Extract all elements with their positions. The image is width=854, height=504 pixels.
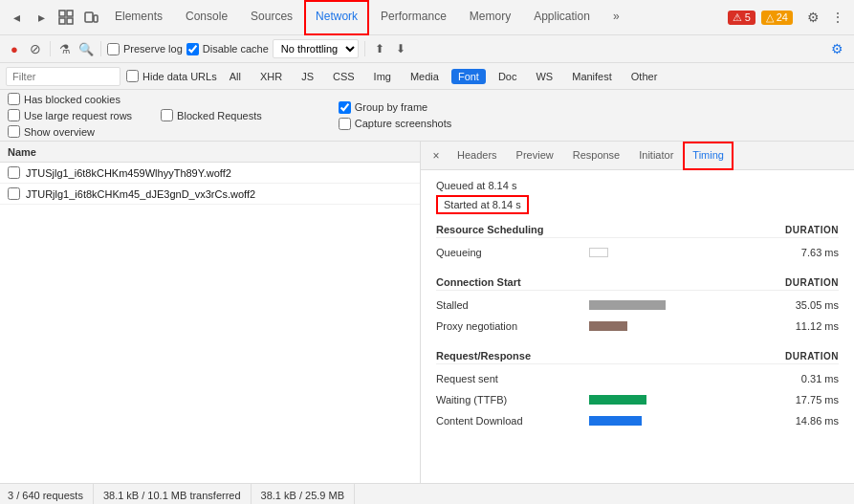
- group-by-frame-label[interactable]: Group by frame: [339, 101, 452, 114]
- list-item: Request sent 0.31 ms: [436, 368, 839, 389]
- filter-other[interactable]: Other: [624, 69, 665, 84]
- timing-content: Queued at 8.14 s Started at 8.14 s Resou…: [421, 170, 854, 483]
- download-button[interactable]: ⬇: [392, 40, 409, 57]
- tab-timing[interactable]: Timing: [683, 142, 734, 170]
- options-right: Group by frame Capture screenshots: [339, 101, 452, 130]
- device-toggle-button[interactable]: [79, 6, 102, 29]
- filter-font[interactable]: Font: [451, 69, 486, 84]
- filter-media[interactable]: Media: [404, 69, 446, 84]
- filter-img[interactable]: Img: [367, 69, 398, 84]
- blocked-requests-label[interactable]: Blocked Requests: [161, 109, 262, 121]
- settings-gear-button[interactable]: ⚙: [801, 6, 824, 29]
- svg-rect-5: [94, 15, 98, 22]
- list-item: Queueing 7.63 ms: [436, 242, 839, 263]
- blocked-requests-checkbox[interactable]: [161, 109, 173, 121]
- row-duration: 0.31 ms: [772, 373, 839, 384]
- filter-all[interactable]: All: [223, 69, 248, 84]
- request-name: JTUSjlg1_i6t8kCHKm459WlhyyTh89Y.woff2: [26, 167, 412, 179]
- warning-icon: △: [766, 11, 774, 24]
- close-detail-button[interactable]: ×: [428, 148, 444, 164]
- tab-elements[interactable]: Elements: [103, 0, 174, 35]
- preserve-log-checkbox[interactable]: [107, 43, 120, 55]
- filter-button[interactable]: ⚗: [56, 40, 74, 57]
- svg-rect-2: [59, 18, 65, 24]
- inspect-button[interactable]: [55, 6, 77, 29]
- duration-header: DURATION: [785, 277, 839, 288]
- resource-scheduling-section: Resource Scheduling DURATION Queueing 7.…: [436, 224, 839, 263]
- request-response-header: Request/Response DURATION: [436, 350, 839, 364]
- filter-ws[interactable]: WS: [529, 69, 559, 84]
- large-rows-label[interactable]: Use large request rows: [8, 109, 132, 121]
- requests-status: 3 / 640 requests: [8, 484, 94, 504]
- back-button[interactable]: ◂: [5, 6, 28, 29]
- stalled-bar: [589, 300, 666, 310]
- hide-data-urls-checkbox[interactable]: [126, 70, 139, 82]
- svg-rect-3: [67, 18, 73, 24]
- row-label: Proxy negotiation: [436, 320, 589, 332]
- large-rows-checkbox[interactable]: [8, 109, 20, 121]
- throttle-select[interactable]: No throttling: [273, 39, 359, 58]
- filter-js[interactable]: JS: [295, 69, 320, 84]
- tab-performance[interactable]: Performance: [369, 0, 458, 35]
- error-icon: ⚠: [733, 11, 742, 24]
- hide-data-urls-label[interactable]: Hide data URLs: [126, 70, 217, 82]
- disable-cache-label[interactable]: Disable cache: [186, 43, 269, 55]
- forward-button[interactable]: ▸: [30, 6, 53, 29]
- bar-area: [589, 299, 772, 311]
- capture-screenshots-checkbox[interactable]: [339, 118, 351, 130]
- errors-count: 5: [745, 11, 751, 23]
- filter-xhr[interactable]: XHR: [253, 69, 289, 84]
- table-row[interactable]: JTURjlg1_i6t8kCHKm45_dJE3gnD_vx3rCs.woff…: [0, 184, 420, 205]
- group-by-frame-checkbox[interactable]: [339, 101, 351, 114]
- row-duration: 11.12 ms: [772, 320, 839, 332]
- blocked-cookies-label[interactable]: Has blocked cookies: [8, 93, 132, 105]
- tab-console[interactable]: Console: [174, 0, 239, 35]
- bar-area: [589, 320, 772, 332]
- table-row[interactable]: JTUSjlg1_i6t8kCHKm459WlhyyTh89Y.woff2: [0, 163, 420, 184]
- tab-response[interactable]: Response: [563, 142, 630, 170]
- request-list: Name JTUSjlg1_i6t8kCHKm459WlhyyTh89Y.wof…: [0, 142, 421, 483]
- filter-doc[interactable]: Doc: [492, 69, 524, 84]
- tab-memory[interactable]: Memory: [458, 0, 522, 35]
- connection-start-section: Connection Start DURATION Stalled 35.05 …: [436, 276, 839, 337]
- filter-manifest[interactable]: Manifest: [565, 69, 619, 84]
- tab-network[interactable]: Network: [304, 0, 369, 35]
- started-text: Started at 8.14 s: [436, 195, 529, 214]
- request-list-header: Name: [0, 142, 420, 163]
- clear-button[interactable]: ⊘: [27, 40, 44, 57]
- row-duration: 14.86 ms: [772, 415, 839, 427]
- row-label: Content Download: [436, 415, 589, 427]
- show-overview-checkbox[interactable]: [8, 125, 20, 138]
- tab-preview[interactable]: Preview: [507, 142, 563, 170]
- capture-screenshots-label[interactable]: Capture screenshots: [339, 118, 452, 130]
- bar-area: [589, 373, 772, 384]
- error-badge-area: ⚠ 5 △ 24: [728, 11, 793, 25]
- preserve-log-label[interactable]: Preserve log: [107, 43, 183, 55]
- filter-input[interactable]: [6, 67, 120, 86]
- request-response-section: Request/Response DURATION Request sent 0…: [436, 350, 839, 431]
- tab-more[interactable]: »: [602, 0, 631, 35]
- show-overview-label[interactable]: Show overview: [8, 125, 132, 138]
- row-label: Waiting (TTFB): [436, 394, 589, 405]
- bar-area: [589, 394, 772, 405]
- tab-sources[interactable]: Sources: [239, 0, 304, 35]
- tab-headers[interactable]: Headers: [448, 142, 507, 170]
- warnings-badge[interactable]: △ 24: [761, 11, 793, 25]
- blocked-cookies-checkbox[interactable]: [8, 93, 20, 105]
- network-settings-button[interactable]: ⚙: [825, 37, 848, 60]
- filter-css[interactable]: CSS: [326, 69, 361, 84]
- tab-initiator[interactable]: Initiator: [629, 142, 683, 170]
- list-item: Stalled 35.05 ms: [436, 295, 839, 316]
- upload-button[interactable]: ⬆: [371, 40, 388, 57]
- more-dots-button[interactable]: ⋮: [826, 6, 849, 29]
- disable-cache-checkbox[interactable]: [186, 43, 199, 55]
- tab-application[interactable]: Application: [522, 0, 602, 35]
- request-checkbox[interactable]: [8, 166, 20, 179]
- request-checkbox[interactable]: [8, 187, 20, 200]
- detail-tabs: × Headers Preview Response Initiator Tim…: [421, 142, 854, 170]
- search-network-button[interactable]: 🔍: [77, 40, 95, 57]
- section-title: Request/Response: [436, 350, 531, 362]
- errors-badge[interactable]: ⚠ 5: [728, 11, 755, 25]
- name-column-header: Name: [8, 146, 412, 158]
- record-button[interactable]: ●: [6, 40, 23, 57]
